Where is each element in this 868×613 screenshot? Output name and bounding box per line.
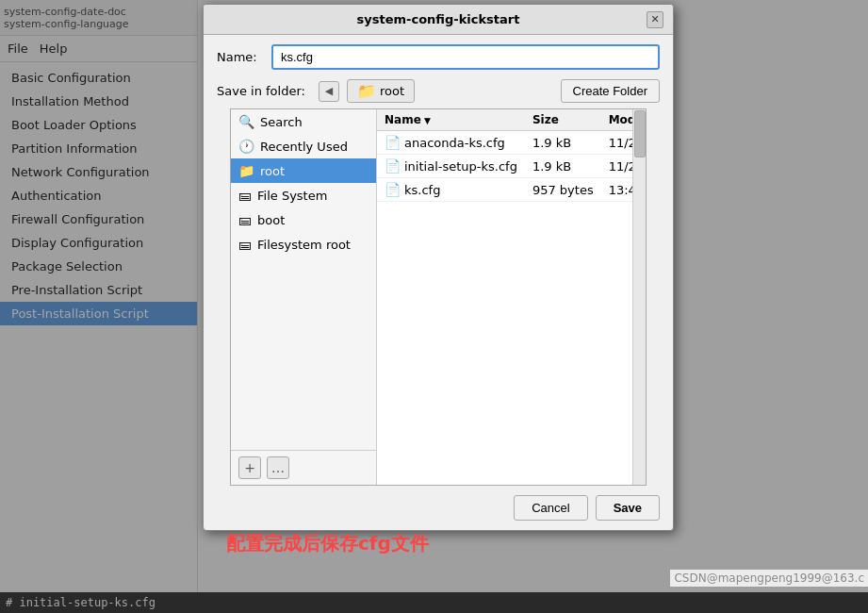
files-col-header-2[interactable]: Modified xyxy=(601,109,632,131)
files-table-header: NameSizeModified xyxy=(377,109,632,131)
folder-icon: 📁 xyxy=(357,82,376,100)
save-dialog: system-config-kickstart ✕ Name: Save in … xyxy=(203,4,674,531)
file-row-0[interactable]: 📄anaconda-ks.cfg1.9 kB11/22/2022 xyxy=(377,131,632,155)
annotation-text: 配置完成后保存cfg文件 xyxy=(226,531,429,556)
places-more-button[interactable]: … xyxy=(267,456,289,479)
places-list: 🔍Search🕐Recently Used📁root🖴File System🖴b… xyxy=(231,109,376,257)
places-item-2[interactable]: 📁root xyxy=(231,158,376,183)
folder-location-button[interactable]: 📁 root xyxy=(347,79,415,103)
file-name-2: 📄ks.cfg xyxy=(377,178,525,202)
places-item-label-1: Recently Used xyxy=(260,140,348,154)
scrollbar-track[interactable] xyxy=(632,109,646,485)
files-col-header-0[interactable]: Name xyxy=(377,109,525,131)
places-item-icon-2: 📁 xyxy=(238,163,254,178)
folder-back-button[interactable]: ◀ xyxy=(319,81,339,102)
places-panel: 🔍Search🕐Recently Used📁root🖴File System🖴b… xyxy=(231,109,377,485)
file-row-1[interactable]: 📄initial-setup-ks.cfg1.9 kB11/22/2022 xyxy=(377,155,632,178)
folder-label: Save in folder: xyxy=(217,84,311,98)
files-table-body: 📄anaconda-ks.cfg1.9 kB11/22/2022📄initial… xyxy=(377,131,632,202)
places-item-icon-4: 🖴 xyxy=(238,212,252,227)
create-folder-button[interactable]: Create Folder xyxy=(561,79,660,103)
file-modified-1: 11/22/2022 xyxy=(601,155,632,178)
folder-name: root xyxy=(380,84,404,98)
places-item-label-3: File System xyxy=(257,189,327,203)
places-item-icon-1: 🕐 xyxy=(238,139,254,154)
places-item-label-5: Filesystem root xyxy=(257,238,351,252)
places-item-icon-5: 🖴 xyxy=(238,237,252,252)
places-bottom-toolbar: + … xyxy=(231,450,376,485)
dialog-name-row: Name: xyxy=(204,35,673,75)
file-row-2[interactable]: 📄ks.cfg957 bytes13:45 xyxy=(377,178,632,202)
file-name-0: 📄anaconda-ks.cfg xyxy=(377,131,525,155)
dialog-buttons: Cancel Save xyxy=(204,486,673,530)
scrollbar-thumb[interactable] xyxy=(634,110,646,157)
places-item-label-2: root xyxy=(260,164,285,178)
files-table: NameSizeModified 📄anaconda-ks.cfg1.9 kB1… xyxy=(377,109,632,202)
file-size-1: 1.9 kB xyxy=(525,155,601,178)
file-size-2: 957 bytes xyxy=(525,178,601,202)
csdn-watermark: CSDN@mapengpeng1999@163.c xyxy=(670,570,868,587)
save-button[interactable]: Save xyxy=(596,495,660,521)
places-item-icon-0: 🔍 xyxy=(238,114,254,129)
places-item-0[interactable]: 🔍Search xyxy=(231,109,376,134)
name-input[interactable] xyxy=(271,44,660,70)
file-name-1: 📄initial-setup-ks.cfg xyxy=(377,155,525,178)
dialog-close-button[interactable]: ✕ xyxy=(647,11,663,28)
file-modified-2: 13:45 xyxy=(601,178,632,202)
file-modified-0: 11/22/2022 xyxy=(601,131,632,155)
files-col-header-1[interactable]: Size xyxy=(525,109,601,131)
dialog-folder-row: Save in folder: ◀ 📁 root Create Folder xyxy=(204,75,673,108)
places-item-3[interactable]: 🖴File System xyxy=(231,183,376,207)
dialog-content: 🔍Search🕐Recently Used📁root🖴File System🖴b… xyxy=(230,108,647,486)
places-item-1[interactable]: 🕐Recently Used xyxy=(231,134,376,158)
files-panel: NameSizeModified 📄anaconda-ks.cfg1.9 kB1… xyxy=(377,109,632,485)
dialog-content-wrapper: 🔍Search🕐Recently Used📁root🖴File System🖴b… xyxy=(217,108,660,486)
dialog-title: system-config-kickstart xyxy=(230,12,647,26)
places-item-label-0: Search xyxy=(260,115,303,129)
name-label: Name: xyxy=(217,50,264,64)
places-item-4[interactable]: 🖴boot xyxy=(231,207,376,232)
file-size-0: 1.9 kB xyxy=(525,131,601,155)
places-item-5[interactable]: 🖴Filesystem root xyxy=(231,232,376,257)
places-item-label-4: boot xyxy=(257,213,285,227)
places-item-icon-3: 🖴 xyxy=(238,188,252,203)
places-add-button[interactable]: + xyxy=(238,456,261,479)
dialog-titlebar: system-config-kickstart ✕ xyxy=(204,5,673,35)
cancel-button[interactable]: Cancel xyxy=(514,495,587,521)
